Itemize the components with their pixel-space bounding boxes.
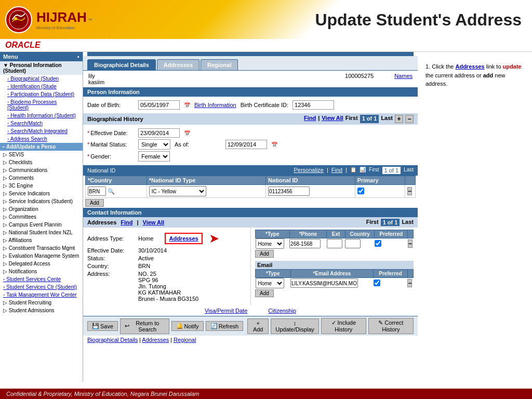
update-display-button[interactable]: ↕ Update/Display (271, 318, 319, 334)
ext-input[interactable] (327, 239, 342, 248)
notify-button[interactable]: 🔔 Notify (171, 321, 204, 331)
birth-cert-input[interactable] (292, 100, 334, 110)
as-of-input[interactable] (225, 140, 267, 149)
sidebar-item-biographical[interactable]: ◦ Biographical (Studen (0, 75, 83, 83)
breadcrumb-regional[interactable]: Regional (174, 337, 196, 343)
sidebar-item-delegated[interactable]: ▷ Delegated Access (0, 260, 83, 268)
bio-remove-btn[interactable]: − (405, 115, 414, 123)
sidebar-item-constituent[interactable]: ▷ Constituent Transactio Mgmt (0, 244, 83, 252)
sidebar-item-service-indicators[interactable]: ▷ Service Indicators (0, 190, 83, 197)
page-title: Update Student's Address (315, 10, 522, 29)
bio-find-link[interactable]: Find (304, 115, 316, 123)
email-address-input[interactable] (290, 278, 358, 288)
birth-info-link[interactable]: Birth Information (194, 102, 236, 108)
add-button[interactable]: + Add (247, 318, 269, 334)
citizenship-link[interactable]: Citizenship (268, 308, 296, 314)
as-of-calendar-icon[interactable]: 📅 (271, 142, 277, 148)
sidebar-item-participation[interactable]: ◦ Participation Data (Student) (0, 90, 83, 98)
names-link[interactable]: Names (394, 73, 413, 79)
phone-email-section: *Type *Phone Ext Country Preferred (250, 228, 418, 305)
as-of-label: As of: (175, 141, 221, 148)
email-add-button[interactable]: Add (255, 289, 274, 297)
phone-remove-btn[interactable]: − (408, 240, 413, 248)
dob-input[interactable] (138, 100, 180, 110)
sidebar-item-checklists[interactable]: ▷ Checklists (0, 158, 83, 166)
email-remove-btn[interactable]: − (407, 279, 412, 287)
phone-input[interactable] (289, 239, 321, 248)
ext-cell (327, 238, 345, 249)
id-type-select[interactable]: IC - Yellow (149, 186, 206, 196)
phone-add-button[interactable]: Add (255, 250, 274, 258)
sidebar-item-notifications[interactable]: ▷ Notifications (0, 268, 83, 275)
sidebar-item-add-update[interactable]: – Add/Update a Perso (0, 143, 83, 151)
tab-biographical-details[interactable]: Biographical Details (87, 59, 156, 70)
sidebar-item-committees[interactable]: ▷ Committees (0, 213, 83, 221)
sidebar-item-health[interactable]: ◦ Health Information (Student) (0, 112, 83, 119)
sidebar-item-student-services-ctr[interactable]: ◦ Student Services Ctr (Student) (0, 283, 83, 291)
sidebar-item-national-student[interactable]: ▷ National Student Index NZL (0, 229, 83, 236)
national-id-table-container: *Country *National ID Type National ID P… (83, 176, 418, 208)
addr-view-all-link[interactable]: View All (143, 219, 165, 225)
country-input[interactable] (88, 187, 106, 196)
sidebar-item-task-management[interactable]: ◦ Task Management Wor Center (0, 291, 83, 299)
bio-view-all-link[interactable]: View All (322, 115, 343, 123)
breadcrumb-addresses[interactable]: Addresses (142, 337, 169, 343)
nat-find-link[interactable]: Find (331, 167, 342, 174)
address-details: Address Type: Home Addresses ➤ Effective… (83, 228, 250, 305)
sidebar-item-communications[interactable]: ▷ Communications (0, 166, 83, 174)
email-type-select[interactable]: Home (256, 278, 284, 288)
sidebar-item-affiliations[interactable]: ▷ Affiliations (0, 236, 83, 244)
national-id-input[interactable] (268, 187, 310, 196)
sidebar-item-sevis[interactable]: ▷ SEVIS (0, 151, 83, 158)
addr-nav-last: Last (402, 219, 414, 226)
sidebar-item-search-match-integrated[interactable]: ◦ Search/Match Integrated (0, 127, 83, 135)
marital-status-select[interactable]: Single Married (138, 139, 170, 150)
dob-calendar-icon[interactable]: 📅 (184, 102, 190, 108)
sidebar-item-student-recruiting[interactable]: ▷ Student Recruiting (0, 299, 83, 307)
sidebar-item-service-indicators-student[interactable]: ▷ Service Indicators (Student) (0, 197, 83, 205)
sidebar-item-evaluation[interactable]: ▷ Evaluation Manageme System (0, 252, 83, 260)
sidebar-item-3c-engine[interactable]: ▷ 3C Engine (0, 182, 83, 190)
sidebar-collapse-icon[interactable]: ▪ (77, 54, 79, 60)
sidebar-item-student-admissions[interactable]: ▷ Student Admissions (0, 307, 83, 314)
remove-row-btn[interactable]: − (407, 187, 412, 195)
cell-primary (355, 185, 405, 198)
sidebar-item-biodemo[interactable]: ◦ Biodemo Processes (Student) (0, 98, 83, 112)
correct-history-button[interactable]: ✎ Correct History (368, 318, 414, 334)
tab-addresses[interactable]: Addresses (157, 59, 200, 70)
email-preferred-checkbox[interactable] (374, 280, 380, 286)
gender-select[interactable]: Female Male (138, 151, 170, 162)
sidebar-item-comments[interactable]: ▷ Comments (0, 174, 83, 182)
sidebar-item-student-services-center[interactable]: ◦ Student Services Cente (0, 275, 83, 283)
phone-preferred-checkbox[interactable] (375, 240, 381, 247)
sidebar-item-personal-info[interactable]: ▼ Personal Information (Student) (0, 61, 83, 75)
effective-date-input[interactable] (138, 128, 180, 138)
breadcrumb-biographical[interactable]: Biographical Details (87, 337, 138, 343)
addr-find-link[interactable]: Find (121, 219, 132, 225)
search-icon[interactable]: 🔍 (108, 188, 115, 194)
email-section-header: Email (255, 261, 414, 269)
include-history-button[interactable]: ✓ Include History (321, 318, 366, 334)
nat-id-add-button[interactable]: Add (85, 199, 104, 207)
sidebar-item-identification[interactable]: ◦ Identification (Stude (0, 83, 83, 90)
status-row: Status: Active (87, 255, 246, 261)
phone-type-select[interactable]: Home (256, 238, 284, 249)
bio-add-btn[interactable]: + (395, 115, 403, 123)
addresses-box-button[interactable]: Addresses (165, 233, 202, 244)
refresh-button[interactable]: 🔄 Refresh (206, 321, 244, 331)
save-button[interactable]: 💾 Save (87, 321, 118, 331)
sidebar-item-organization[interactable]: ▷ Organization (0, 205, 83, 213)
gender-label: Gender: (87, 153, 134, 159)
sidebar-item-search-match[interactable]: ◦ Search/Match (0, 119, 83, 127)
visa-permit-link[interactable]: Visa/Permit Date (205, 308, 247, 314)
nat-personalize-link[interactable]: Personalize (294, 167, 324, 174)
country-cell (345, 238, 374, 249)
tab-regional[interactable]: Regional (201, 59, 238, 70)
effective-date-calendar-icon[interactable]: 📅 (184, 130, 190, 136)
phone-country-input[interactable] (345, 239, 361, 248)
primary-checkbox[interactable] (357, 188, 364, 194)
return-button[interactable]: ↩ Return to Search (120, 318, 169, 334)
sidebar-item-campus-event[interactable]: ▷ Campus Event Plannin (0, 221, 83, 229)
sidebar-item-address-search[interactable]: ◦ Address Search (0, 135, 83, 143)
dob-label: Date of Birth: (87, 102, 134, 108)
